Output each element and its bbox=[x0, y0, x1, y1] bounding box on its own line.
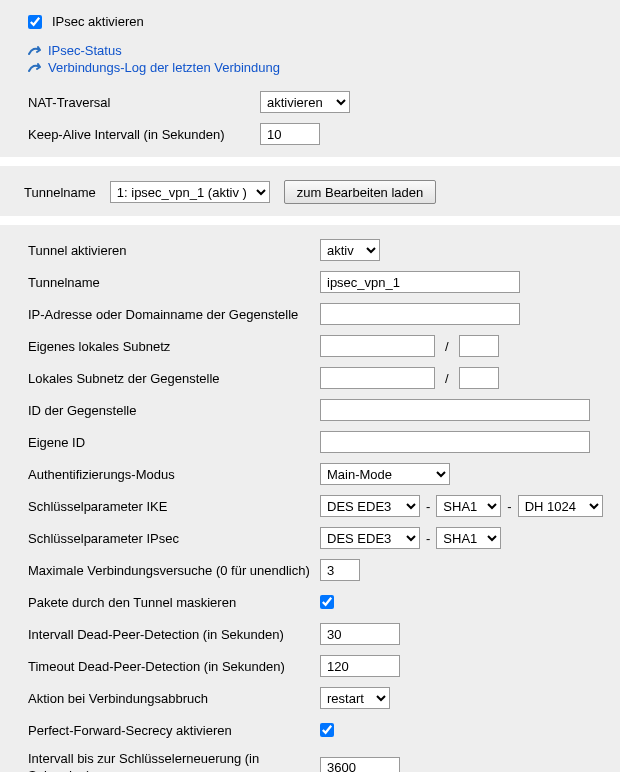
local-subnet-mask-input[interactable] bbox=[459, 335, 499, 357]
keepalive-label: Keep-Alive Intervall (in Sekunden) bbox=[20, 127, 260, 142]
dash-divider: - bbox=[426, 531, 430, 546]
ipsec-status-link-row[interactable]: IPsec-Status bbox=[20, 43, 600, 58]
tunnel-name-label: Tunnelname bbox=[20, 275, 320, 290]
own-id-label: Eigene ID bbox=[20, 435, 320, 450]
slash-divider: / bbox=[445, 371, 449, 386]
ike-label: Schlüsselparameter IKE bbox=[20, 499, 320, 514]
peer-subnet-mask-input[interactable] bbox=[459, 367, 499, 389]
ike-hash-select[interactable]: SHA1 bbox=[436, 495, 501, 517]
local-subnet-label: Eigenes lokales Subnetz bbox=[20, 339, 320, 354]
tunnel-activate-label: Tunnel aktivieren bbox=[20, 243, 320, 258]
ipsec-enable-checkbox[interactable] bbox=[28, 15, 42, 29]
masquerade-checkbox[interactable] bbox=[320, 595, 334, 609]
peer-id-label: ID der Gegenstelle bbox=[20, 403, 320, 418]
dpd-timeout-input[interactable] bbox=[320, 655, 400, 677]
ipsec-status-link[interactable]: IPsec-Status bbox=[48, 43, 122, 58]
peer-id-input[interactable] bbox=[320, 399, 590, 421]
ipsec-hash-select[interactable]: SHA1 bbox=[436, 527, 501, 549]
peer-subnet-input[interactable] bbox=[320, 367, 435, 389]
masquerade-label: Pakete durch den Tunnel maskieren bbox=[20, 595, 320, 610]
dpd-timeout-label: Timeout Dead-Peer-Detection (in Sekunden… bbox=[20, 659, 320, 674]
tunnelname-label: Tunnelname bbox=[24, 185, 96, 200]
peer-addr-label: IP-Adresse oder Domainname der Gegenstel… bbox=[20, 307, 320, 322]
peer-subnet-label: Lokales Subnetz der Gegenstelle bbox=[20, 371, 320, 386]
section-tunnel-select: Tunnelname 1: ipsec_vpn_1 (aktiv ) zum B… bbox=[0, 166, 620, 217]
rekey-label: Intervall bis zur Schlüsselerneuerung (i… bbox=[20, 751, 320, 772]
section-general: IPsec aktivieren IPsec-Status Verbindung… bbox=[0, 0, 620, 158]
arrow-icon bbox=[28, 45, 44, 57]
own-id-input[interactable] bbox=[320, 431, 590, 453]
dpd-interval-label: Intervall Dead-Peer-Detection (in Sekund… bbox=[20, 627, 320, 642]
ipsec-enc-select[interactable]: DES EDE3 bbox=[320, 527, 420, 549]
peer-addr-input[interactable] bbox=[320, 303, 520, 325]
load-button[interactable]: zum Bearbeiten laden bbox=[284, 180, 436, 204]
rekey-input[interactable] bbox=[320, 757, 400, 772]
nat-traversal-select[interactable]: aktivieren bbox=[260, 91, 350, 113]
nat-traversal-label: NAT-Traversal bbox=[20, 95, 260, 110]
pfs-label: Perfect-Forward-Secrecy aktivieren bbox=[20, 723, 320, 738]
max-attempts-input[interactable] bbox=[320, 559, 360, 581]
dpd-action-select[interactable]: restart bbox=[320, 687, 390, 709]
arrow-icon bbox=[28, 62, 44, 74]
tunnel-activate-select[interactable]: aktiv bbox=[320, 239, 380, 261]
section-tunnel-edit: Tunnel aktivieren aktiv Tunnelname IP-Ad… bbox=[0, 225, 620, 772]
dpd-interval-input[interactable] bbox=[320, 623, 400, 645]
ike-enc-select[interactable]: DES EDE3 bbox=[320, 495, 420, 517]
auth-mode-select[interactable]: Main-Mode bbox=[320, 463, 450, 485]
local-subnet-input[interactable] bbox=[320, 335, 435, 357]
ipsec-enable-label: IPsec aktivieren bbox=[52, 14, 144, 29]
auth-mode-label: Authentifizierungs-Modus bbox=[20, 467, 320, 482]
keepalive-input[interactable] bbox=[260, 123, 320, 145]
dash-divider: - bbox=[507, 499, 511, 514]
slash-divider: / bbox=[445, 339, 449, 354]
ike-dh-select[interactable]: DH 1024 bbox=[518, 495, 603, 517]
tunnelname-select[interactable]: 1: ipsec_vpn_1 (aktiv ) bbox=[110, 181, 270, 203]
dash-divider: - bbox=[426, 499, 430, 514]
connection-log-link-row[interactable]: Verbindungs-Log der letzten Verbindung bbox=[20, 60, 600, 75]
dpd-action-label: Aktion bei Verbindungsabbruch bbox=[20, 691, 320, 706]
ipsec-label: Schlüsselparameter IPsec bbox=[20, 531, 320, 546]
connection-log-link[interactable]: Verbindungs-Log der letzten Verbindung bbox=[48, 60, 280, 75]
max-attempts-label: Maximale Verbindungsversuche (0 für unen… bbox=[20, 563, 320, 578]
tunnel-name-input[interactable] bbox=[320, 271, 520, 293]
pfs-checkbox[interactable] bbox=[320, 723, 334, 737]
